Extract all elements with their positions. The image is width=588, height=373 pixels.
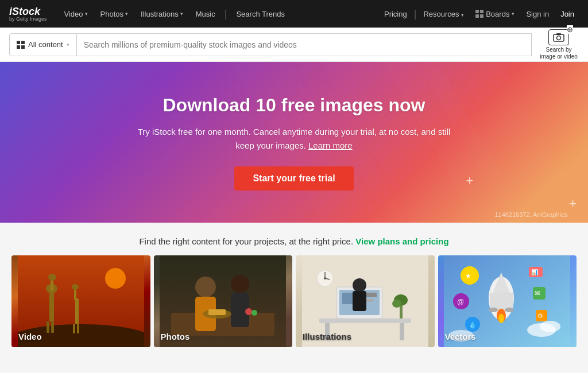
search-by-image-label: Search by image or video: [539, 46, 579, 60]
nav-illustrations[interactable]: Illustrations ▾: [135, 0, 189, 28]
chevron-down-icon: ▾: [512, 11, 514, 17]
search-bar: All content ▾ Search by image or video: [0, 28, 588, 62]
search-input[interactable]: [84, 40, 524, 49]
svg-rect-6: [556, 33, 561, 35]
svg-point-57: [498, 314, 504, 323]
content-grid: Video: [0, 255, 588, 359]
svg-rect-52: [490, 293, 513, 310]
chevron-down-icon: ▾: [461, 12, 464, 18]
svg-text:★: ★: [465, 272, 471, 280]
svg-rect-1: [480, 10, 483, 13]
svg-text:💧: 💧: [469, 321, 477, 329]
hero-watermark: 1146216372, AniGraphics: [494, 211, 567, 218]
nav-boards[interactable]: Boards ▾: [471, 10, 519, 18]
logo[interactable]: iStock by Getty Images: [9, 6, 47, 22]
nav-search-trends[interactable]: Search Trends: [230, 10, 291, 18]
nav-signin[interactable]: Sign in: [521, 10, 554, 18]
chevron-down-icon: ▾: [180, 11, 183, 17]
learn-more-link[interactable]: Learn more: [308, 141, 353, 150]
nav-separator: |: [225, 8, 227, 20]
nav-links: Video ▾ Photos ▾ Illustrations ▾ Music |…: [59, 0, 380, 28]
svg-rect-32: [319, 318, 411, 323]
hero-banner: Download 10 free images now Try iStock f…: [0, 62, 588, 223]
svg-point-71: [540, 321, 560, 332]
svg-rect-34: [400, 323, 404, 340]
svg-point-19: [72, 284, 79, 290]
card-label-photos: Photos: [161, 332, 190, 341]
svg-rect-3: [480, 14, 483, 18]
svg-text:@: @: [457, 298, 464, 306]
svg-rect-18: [74, 289, 76, 300]
grid-icon: [17, 41, 25, 49]
pricing-section: Find the right content for your projects…: [0, 223, 588, 255]
chevron-down-icon: ▾: [85, 11, 88, 17]
svg-rect-15: [75, 298, 79, 324]
hero-heading: Download 10 free images now: [163, 95, 425, 116]
card-label-vectors: Vectors: [445, 332, 476, 341]
svg-point-14: [48, 274, 56, 281]
svg-rect-0: [475, 10, 479, 13]
svg-point-29: [245, 308, 252, 315]
svg-point-5: [557, 36, 561, 40]
search-by-image-button[interactable]: Search by image or video: [539, 29, 579, 60]
nav-resources[interactable]: Resources ▾: [419, 10, 469, 18]
boards-icon: [475, 10, 483, 18]
svg-rect-2: [475, 14, 479, 18]
nav-join[interactable]: Join: [556, 10, 579, 18]
svg-text:✉: ✉: [535, 289, 540, 297]
content-card-photos[interactable]: Photos: [154, 255, 293, 347]
hero-plus-icon-1: +: [466, 173, 473, 188]
navbar: iStock by Getty Images Video ▾ Photos ▾ …: [0, 0, 588, 28]
svg-rect-9: [49, 290, 54, 321]
svg-point-40: [353, 278, 366, 292]
search-input-wrap: [77, 33, 532, 56]
svg-text:⚙: ⚙: [537, 312, 543, 319]
logo-sub: by Getty Images: [9, 17, 47, 22]
nav-video[interactable]: Video ▾: [59, 0, 94, 28]
svg-point-20: [105, 268, 126, 289]
nav-right: Pricing | Resources ▾ Boards ▾ Sign in J…: [380, 8, 579, 20]
chevron-down-icon: ▾: [125, 11, 128, 17]
svg-text:📊: 📊: [531, 269, 539, 276]
content-card-vectors[interactable]: 📊 ★ ✉ @ ⚙ 💧 Vectors: [438, 255, 577, 347]
chevron-down-icon: ▾: [67, 42, 69, 48]
svg-point-44: [392, 300, 401, 308]
view-plans-link[interactable]: View plans and pricing: [355, 236, 448, 246]
content-card-illustrations[interactable]: Illustrations: [296, 255, 435, 347]
logo-name: iStock: [9, 6, 47, 17]
content-card-video[interactable]: Video: [11, 255, 150, 347]
svg-rect-11: [51, 321, 54, 333]
card-label-illustrations: Illustrations: [303, 332, 351, 341]
svg-point-54: [505, 308, 514, 312]
camera-icon: [548, 29, 569, 45]
svg-rect-16: [73, 324, 75, 333]
pricing-text: Find the right content for your projects…: [139, 236, 353, 246]
svg-point-53: [489, 308, 498, 312]
svg-rect-41: [353, 291, 366, 311]
svg-rect-28: [208, 309, 226, 315]
svg-rect-17: [77, 324, 79, 333]
svg-point-30: [252, 310, 257, 316]
svg-rect-10: [47, 321, 49, 333]
hero-subtext: Try iStock free for one month. Cancel an…: [133, 125, 455, 153]
svg-point-23: [195, 277, 216, 297]
svg-point-25: [231, 275, 249, 293]
hero-cta-button[interactable]: Start your free trial: [234, 166, 353, 191]
nav-music[interactable]: Music: [190, 0, 221, 28]
nav-right-sep: |: [414, 8, 417, 20]
content-filter-label: All content: [28, 40, 63, 49]
hero-plus-icon-2: +: [569, 196, 577, 211]
nav-photos[interactable]: Photos ▾: [95, 0, 134, 28]
nav-pricing[interactable]: Pricing: [380, 10, 412, 18]
content-filter-dropdown[interactable]: All content ▾: [9, 33, 77, 56]
card-label-video: Video: [18, 332, 42, 341]
